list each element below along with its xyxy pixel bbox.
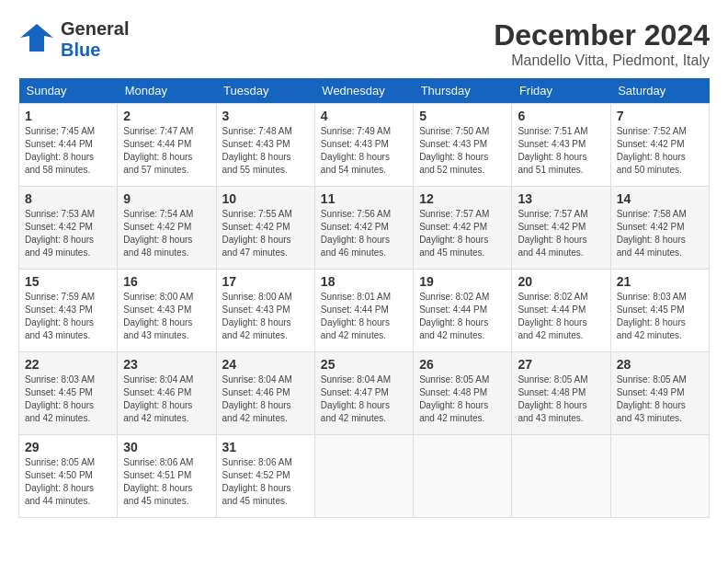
daylight: Daylight: 8 hours and 49 minutes. <box>25 234 111 259</box>
calendar-cell: 18 Sunrise: 8:01 AM Sunset: 4:44 PM Dayl… <box>314 270 413 352</box>
daylight: Daylight: 8 hours and 44 minutes. <box>518 234 604 259</box>
sunrise: Sunrise: 7:50 AM <box>419 125 506 138</box>
sunrise: Sunrise: 8:03 AM <box>617 291 703 304</box>
calendar-week-1: 1 Sunrise: 7:45 AM Sunset: 4:44 PM Dayli… <box>19 104 710 187</box>
day-info: Sunrise: 8:04 AM Sunset: 4:46 PM Dayligh… <box>123 373 210 425</box>
sunset: Sunset: 4:46 PM <box>222 386 309 399</box>
calendar-table: Sunday Monday Tuesday Wednesday Thursday… <box>18 78 710 518</box>
sunset: Sunset: 4:44 PM <box>25 138 111 151</box>
daylight: Daylight: 8 hours and 58 minutes. <box>25 151 111 177</box>
day-number: 15 <box>25 274 111 289</box>
day-info: Sunrise: 8:03 AM Sunset: 4:45 PM Dayligh… <box>25 373 111 425</box>
calendar-cell: 4 Sunrise: 7:49 AM Sunset: 4:43 PM Dayli… <box>314 104 413 187</box>
day-info: Sunrise: 8:00 AM Sunset: 4:43 PM Dayligh… <box>222 291 309 342</box>
sunrise: Sunrise: 7:51 AM <box>518 125 604 138</box>
sunset: Sunset: 4:45 PM <box>25 386 111 399</box>
sunrise: Sunrise: 8:04 AM <box>123 373 210 386</box>
day-info: Sunrise: 8:03 AM Sunset: 4:45 PM Dayligh… <box>617 291 703 342</box>
daylight: Daylight: 8 hours and 42 minutes. <box>321 316 407 342</box>
calendar-cell: 10 Sunrise: 7:55 AM Sunset: 4:42 PM Dayl… <box>216 187 314 270</box>
logo-icon <box>18 19 55 56</box>
calendar-cell: 29 Sunrise: 8:05 AM Sunset: 4:50 PM Dayl… <box>19 435 118 518</box>
sunrise: Sunrise: 7:52 AM <box>617 125 703 138</box>
col-friday: Friday <box>512 78 610 104</box>
calendar-cell: 2 Sunrise: 7:47 AM Sunset: 4:44 PM Dayli… <box>118 104 216 187</box>
day-number: 10 <box>222 191 309 206</box>
day-number: 6 <box>518 109 604 123</box>
calendar-cell: 11 Sunrise: 7:56 AM Sunset: 4:42 PM Dayl… <box>314 187 413 270</box>
day-number: 8 <box>25 191 111 206</box>
daylight: Daylight: 8 hours and 45 minutes. <box>419 234 506 259</box>
daylight: Daylight: 8 hours and 42 minutes. <box>222 399 309 425</box>
sunrise: Sunrise: 7:48 AM <box>222 125 309 138</box>
sunset: Sunset: 4:42 PM <box>617 221 703 234</box>
sunset: Sunset: 4:49 PM <box>617 386 703 399</box>
day-info: Sunrise: 8:02 AM Sunset: 4:44 PM Dayligh… <box>518 291 604 342</box>
day-info: Sunrise: 7:50 AM Sunset: 4:43 PM Dayligh… <box>419 125 506 177</box>
calendar-cell: 19 Sunrise: 8:02 AM Sunset: 4:44 PM Dayl… <box>414 270 512 352</box>
calendar-cell <box>314 435 413 518</box>
main-title: December 2024 <box>494 18 710 52</box>
daylight: Daylight: 8 hours and 50 minutes. <box>617 151 703 177</box>
calendar-cell: 1 Sunrise: 7:45 AM Sunset: 4:44 PM Dayli… <box>19 104 118 187</box>
sunrise: Sunrise: 7:54 AM <box>123 208 210 221</box>
day-info: Sunrise: 7:52 AM Sunset: 4:42 PM Dayligh… <box>617 125 703 177</box>
daylight: Daylight: 8 hours and 45 minutes. <box>123 482 210 508</box>
sunset: Sunset: 4:45 PM <box>617 304 703 316</box>
calendar-cell: 9 Sunrise: 7:54 AM Sunset: 4:42 PM Dayli… <box>118 187 216 270</box>
sunset: Sunset: 4:43 PM <box>222 138 309 151</box>
sunset: Sunset: 4:42 PM <box>518 221 604 234</box>
sunset: Sunset: 4:42 PM <box>222 221 309 234</box>
daylight: Daylight: 8 hours and 42 minutes. <box>617 316 703 342</box>
calendar-cell: 5 Sunrise: 7:50 AM Sunset: 4:43 PM Dayli… <box>414 104 512 187</box>
daylight: Daylight: 8 hours and 45 minutes. <box>222 482 309 508</box>
calendar-cell: 16 Sunrise: 8:00 AM Sunset: 4:43 PM Dayl… <box>118 270 216 352</box>
col-tuesday: Tuesday <box>216 78 314 104</box>
sunset: Sunset: 4:44 PM <box>419 304 506 316</box>
day-info: Sunrise: 7:49 AM Sunset: 4:43 PM Dayligh… <box>321 125 407 177</box>
calendar-cell: 31 Sunrise: 8:06 AM Sunset: 4:52 PM Dayl… <box>216 435 314 518</box>
day-info: Sunrise: 7:56 AM Sunset: 4:42 PM Dayligh… <box>321 208 407 259</box>
day-number: 3 <box>222 109 309 123</box>
sunrise: Sunrise: 8:05 AM <box>617 373 703 386</box>
day-info: Sunrise: 8:06 AM Sunset: 4:51 PM Dayligh… <box>123 456 210 508</box>
sunset: Sunset: 4:46 PM <box>123 386 210 399</box>
sunset: Sunset: 4:47 PM <box>321 386 407 399</box>
calendar-cell: 27 Sunrise: 8:05 AM Sunset: 4:48 PM Dayl… <box>512 352 610 435</box>
col-saturday: Saturday <box>610 78 709 104</box>
calendar-cell: 28 Sunrise: 8:05 AM Sunset: 4:49 PM Dayl… <box>610 352 709 435</box>
daylight: Daylight: 8 hours and 42 minutes. <box>419 316 506 342</box>
calendar-cell: 22 Sunrise: 8:03 AM Sunset: 4:45 PM Dayl… <box>19 352 118 435</box>
sunset: Sunset: 4:43 PM <box>419 138 506 151</box>
sunset: Sunset: 4:42 PM <box>617 138 703 151</box>
day-info: Sunrise: 7:54 AM Sunset: 4:42 PM Dayligh… <box>123 208 210 259</box>
sunset: Sunset: 4:50 PM <box>25 469 111 482</box>
day-number: 30 <box>123 440 210 454</box>
sunrise: Sunrise: 7:58 AM <box>617 208 703 221</box>
sunrise: Sunrise: 7:47 AM <box>123 125 210 138</box>
calendar-cell: 17 Sunrise: 8:00 AM Sunset: 4:43 PM Dayl… <box>216 270 314 352</box>
sunrise: Sunrise: 8:01 AM <box>321 291 407 304</box>
day-number: 29 <box>25 440 111 454</box>
day-number: 18 <box>321 274 407 289</box>
logo-text: General Blue <box>61 18 129 61</box>
sunset: Sunset: 4:44 PM <box>123 138 210 151</box>
daylight: Daylight: 8 hours and 44 minutes. <box>25 482 111 508</box>
daylight: Daylight: 8 hours and 51 minutes. <box>518 151 604 177</box>
day-number: 17 <box>222 274 309 289</box>
daylight: Daylight: 8 hours and 54 minutes. <box>321 151 407 177</box>
day-info: Sunrise: 7:51 AM Sunset: 4:43 PM Dayligh… <box>518 125 604 177</box>
calendar-cell: 14 Sunrise: 7:58 AM Sunset: 4:42 PM Dayl… <box>610 187 709 270</box>
day-info: Sunrise: 7:47 AM Sunset: 4:44 PM Dayligh… <box>123 125 210 177</box>
day-number: 28 <box>617 357 703 372</box>
daylight: Daylight: 8 hours and 43 minutes. <box>617 399 703 425</box>
day-number: 25 <box>321 357 407 372</box>
day-info: Sunrise: 7:57 AM Sunset: 4:42 PM Dayligh… <box>419 208 506 259</box>
day-number: 23 <box>123 357 210 372</box>
calendar-cell: 8 Sunrise: 7:53 AM Sunset: 4:42 PM Dayli… <box>19 187 118 270</box>
day-number: 7 <box>617 109 703 123</box>
day-number: 20 <box>518 274 604 289</box>
day-info: Sunrise: 8:04 AM Sunset: 4:46 PM Dayligh… <box>222 373 309 425</box>
calendar-cell <box>414 435 512 518</box>
calendar-cell <box>512 435 610 518</box>
